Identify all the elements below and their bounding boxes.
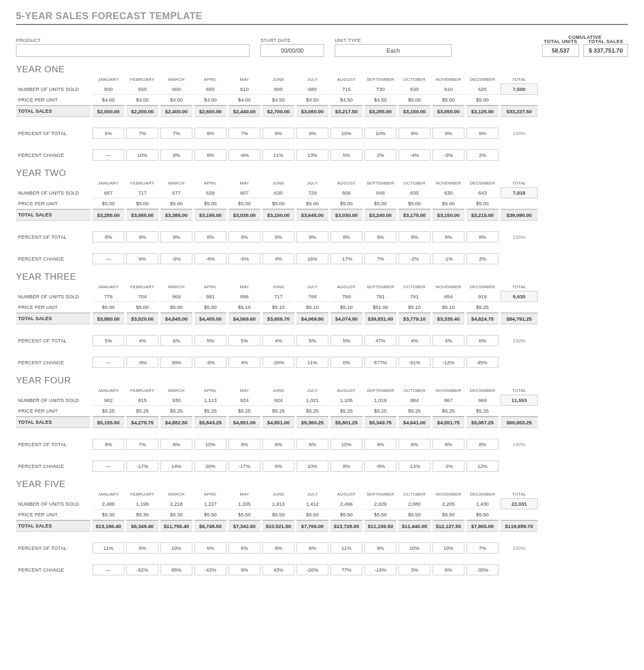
units-cell[interactable]: 776 xyxy=(92,291,124,302)
units-cell[interactable]: 1,113 xyxy=(194,395,226,406)
units-cell[interactable]: 1,335 xyxy=(228,498,260,509)
price-cell[interactable]: $5.00 xyxy=(433,198,464,209)
price-cell[interactable]: $5.25 xyxy=(331,406,362,416)
price-cell[interactable]: $5.25 xyxy=(365,406,396,416)
price-cell[interactable]: $5.00 xyxy=(92,302,124,313)
units-cell[interactable]: 600 xyxy=(160,83,192,95)
price-cell[interactable]: $5.25 xyxy=(399,406,430,416)
units-cell[interactable]: 1,019 xyxy=(365,395,396,406)
units-cell[interactable]: 630 xyxy=(433,187,464,198)
price-cell[interactable]: $5.00 xyxy=(194,198,226,209)
price-cell[interactable]: $5.10 xyxy=(296,302,328,313)
price-cell[interactable]: $5.00 xyxy=(160,198,192,209)
units-cell[interactable]: 982 xyxy=(92,395,124,406)
price-cell[interactable]: $5.30 xyxy=(92,509,124,520)
price-cell[interactable]: $4.00 xyxy=(194,95,226,105)
units-cell[interactable]: 1,430 xyxy=(467,498,498,509)
price-cell[interactable]: $5.00 xyxy=(126,302,158,313)
units-cell[interactable]: 2,218 xyxy=(160,498,192,509)
units-cell[interactable]: 606 xyxy=(331,187,362,198)
units-cell[interactable]: 677 xyxy=(160,187,192,198)
price-cell[interactable]: $51.00 xyxy=(365,302,396,313)
units-cell[interactable]: 2,029 xyxy=(365,498,396,509)
units-cell[interactable]: 924 xyxy=(262,395,294,406)
units-cell[interactable]: 704 xyxy=(126,291,158,302)
price-cell[interactable]: $5.00 xyxy=(126,198,158,209)
price-cell[interactable]: $5.50 xyxy=(194,509,226,520)
units-cell[interactable]: 1,227 xyxy=(194,498,226,509)
units-cell[interactable]: 799 xyxy=(331,291,362,302)
units-cell[interactable]: 1,412 xyxy=(296,498,328,509)
units-cell[interactable]: 884 xyxy=(399,395,430,406)
price-cell[interactable]: $5.25 xyxy=(433,406,464,416)
price-cell[interactable]: $5.00 xyxy=(467,198,498,209)
price-cell[interactable]: $4.50 xyxy=(365,95,396,105)
price-cell[interactable]: $5.50 xyxy=(399,509,430,520)
units-cell[interactable]: 639 xyxy=(194,187,226,198)
price-cell[interactable]: $5.10 xyxy=(399,302,430,313)
price-cell[interactable]: $5.25 xyxy=(467,406,498,416)
units-cell[interactable]: 741 xyxy=(399,291,430,302)
units-cell[interactable]: 610 xyxy=(433,83,464,95)
price-cell[interactable]: $5.25 xyxy=(92,406,124,416)
units-cell[interactable]: 635 xyxy=(399,187,430,198)
price-cell[interactable]: $4.50 xyxy=(296,95,328,105)
price-cell[interactable]: $5.25 xyxy=(126,406,158,416)
price-cell[interactable]: $4.50 xyxy=(331,95,362,105)
units-cell[interactable]: 2,080 xyxy=(399,498,430,509)
units-cell[interactable]: 930 xyxy=(160,395,192,406)
price-cell[interactable]: $4.00 xyxy=(92,95,124,105)
price-cell[interactable]: $5.10 xyxy=(262,302,294,313)
units-cell[interactable]: 680 xyxy=(296,83,328,95)
unit-type-input[interactable]: Each xyxy=(335,44,452,57)
units-cell[interactable]: 2,488 xyxy=(92,498,124,509)
price-cell[interactable]: $5.10 xyxy=(228,302,260,313)
units-cell[interactable]: 657 xyxy=(92,187,124,198)
price-cell[interactable]: $5.25 xyxy=(296,406,328,416)
price-cell[interactable]: $5.00 xyxy=(331,198,362,209)
units-cell[interactable]: 648 xyxy=(365,187,396,198)
units-cell[interactable]: 2,205 xyxy=(433,498,464,509)
price-cell[interactable]: $5.30 xyxy=(160,509,192,520)
units-cell[interactable]: 607 xyxy=(228,187,260,198)
units-cell[interactable]: 969 xyxy=(467,395,498,406)
price-cell[interactable]: $5.00 xyxy=(296,198,328,209)
units-cell[interactable]: 1,105 xyxy=(331,395,362,406)
price-cell[interactable]: $5.25 xyxy=(467,302,498,313)
price-cell[interactable]: $5.25 xyxy=(228,406,260,416)
price-cell[interactable]: $4.50 xyxy=(262,95,294,105)
price-cell[interactable]: $5.00 xyxy=(228,198,260,209)
price-cell[interactable]: $5.00 xyxy=(399,95,430,105)
units-cell[interactable]: 717 xyxy=(126,187,158,198)
price-cell[interactable]: $5.00 xyxy=(262,198,294,209)
units-cell[interactable]: 969 xyxy=(160,291,192,302)
price-cell[interactable]: $5.00 xyxy=(433,95,464,105)
units-cell[interactable]: 715 xyxy=(331,83,362,95)
price-cell[interactable]: $5.00 xyxy=(92,198,124,209)
units-cell[interactable]: 1,913 xyxy=(262,498,294,509)
units-cell[interactable]: 610 xyxy=(228,83,260,95)
units-cell[interactable]: 643 xyxy=(467,187,498,198)
units-cell[interactable]: 654 xyxy=(433,291,464,302)
units-cell[interactable]: 1,021 xyxy=(296,395,328,406)
units-cell[interactable]: 625 xyxy=(467,83,498,95)
price-cell[interactable]: $5.50 xyxy=(228,509,260,520)
price-cell[interactable]: $5.50 xyxy=(296,509,328,520)
price-cell[interactable]: $4.00 xyxy=(228,95,260,105)
units-cell[interactable]: 730 xyxy=(365,83,396,95)
units-cell[interactable]: 924 xyxy=(228,395,260,406)
price-cell[interactable]: $5.25 xyxy=(262,406,294,416)
price-cell[interactable]: $5.10 xyxy=(433,302,464,313)
units-cell[interactable]: 815 xyxy=(126,395,158,406)
units-cell[interactable]: 798 xyxy=(296,291,328,302)
units-cell[interactable]: 919 xyxy=(467,291,498,302)
units-cell[interactable]: 867 xyxy=(433,395,464,406)
price-cell[interactable]: $4.00 xyxy=(126,95,158,105)
units-cell[interactable]: 717 xyxy=(262,291,294,302)
price-cell[interactable]: $5.50 xyxy=(433,509,464,520)
price-cell[interactable]: $5.25 xyxy=(160,406,192,416)
price-cell[interactable]: $5.25 xyxy=(194,406,226,416)
price-cell[interactable]: $5.00 xyxy=(399,198,430,209)
price-cell[interactable]: $5.30 xyxy=(126,509,158,520)
price-cell[interactable]: $5.00 xyxy=(194,302,226,313)
